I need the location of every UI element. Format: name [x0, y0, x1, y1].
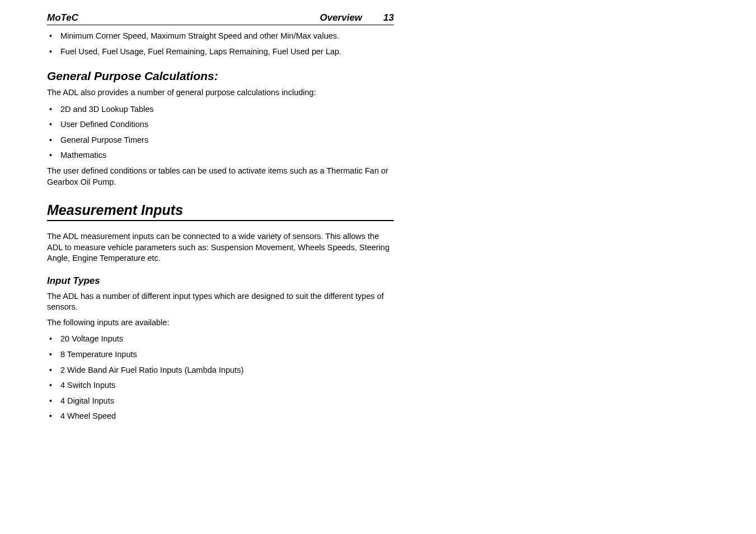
inputs-available-intro: The following inputs are available: — [47, 317, 394, 329]
page-number: 13 — [383, 12, 394, 24]
measurement-inputs-heading: Measurement Inputs — [47, 202, 394, 221]
list-item: 2 Wide Band Air Fuel Ratio Inputs (Lambd… — [47, 365, 394, 376]
input-types-heading: Input Types — [47, 275, 394, 287]
list-item: General Purpose Timers — [47, 135, 394, 146]
gpc-list: 2D and 3D Lookup Tables User Defined Con… — [47, 104, 394, 161]
list-item: Fuel Used, Fuel Usage, Fuel Remaining, L… — [47, 46, 394, 58]
list-item: 4 Wheel Speed — [47, 411, 394, 422]
section-name: Overview — [320, 12, 362, 24]
document-page: MoTeC Overview 13 Minimum Corner Speed, … — [0, 0, 428, 438]
inputs-list: 20 Voltage Inputs 8 Temperature Inputs 2… — [47, 334, 394, 421]
list-item: 2D and 3D Lookup Tables — [47, 104, 394, 115]
list-item: Mathematics — [47, 150, 394, 161]
list-item: Minimum Corner Speed, Maximum Straight S… — [47, 31, 394, 42]
gpc-outro: The user defined conditions or tables ca… — [47, 166, 394, 188]
mi-intro: The ADL measurement inputs can be connec… — [47, 231, 394, 264]
gpc-intro: The ADL also provides a number of genera… — [47, 87, 394, 99]
input-types-intro: The ADL has a number of different input … — [47, 291, 394, 313]
list-item: 8 Temperature Inputs — [47, 349, 394, 360]
list-item: 4 Switch Inputs — [47, 380, 394, 391]
brand-name: MoTeC — [47, 12, 320, 24]
list-item: User Defined Conditions — [47, 119, 394, 130]
top-bullet-list: Minimum Corner Speed, Maximum Straight S… — [47, 31, 394, 57]
list-item: 4 Digital Inputs — [47, 396, 394, 407]
list-item: 20 Voltage Inputs — [47, 334, 394, 345]
gpc-heading: General Purpose Calculations: — [47, 69, 394, 83]
page-header: MoTeC Overview 13 — [47, 12, 394, 25]
